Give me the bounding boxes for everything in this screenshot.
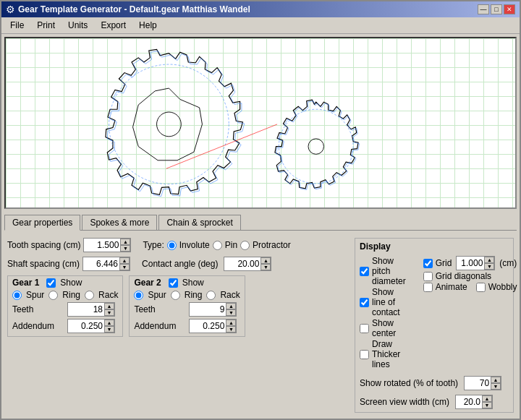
gear1-teeth-row: Teeth ▲ ▼ (12, 302, 118, 317)
grid-checkbox[interactable] (423, 259, 433, 268)
gear2-addendum-up[interactable]: ▲ (226, 320, 236, 326)
show-rotated-spinner-btns: ▲ ▼ (491, 377, 501, 390)
gear1-rack-radio[interactable] (85, 291, 94, 300)
contact-angle-spinner[interactable]: ▲ ▼ (224, 257, 271, 271)
gear1-teeth-up[interactable]: ▲ (104, 303, 114, 309)
contact-angle-up[interactable]: ▲ (260, 257, 271, 264)
gear1-ring-radio[interactable] (48, 291, 58, 300)
wobbly-label: Wobbly (488, 282, 517, 292)
gear-canvas[interactable] (6, 38, 515, 207)
animate-checkbox[interactable] (423, 283, 433, 292)
contact-angle-down[interactable]: ▼ (260, 264, 271, 270)
menu-units[interactable]: Units (62, 19, 93, 32)
gear2-teeth-spinner[interactable]: ▲ ▼ (189, 302, 237, 317)
gear1-addendum-input[interactable] (68, 320, 104, 332)
show-rotated-up[interactable]: ▲ (491, 377, 501, 383)
svg-point-2 (109, 64, 229, 184)
grid-value-input[interactable] (457, 257, 484, 269)
grid-up[interactable]: ▲ (484, 257, 494, 263)
gear2-show-label: Show (182, 278, 204, 288)
gear2-spur-radio[interactable] (134, 291, 143, 300)
grid-diagonals-checkbox[interactable] (423, 272, 433, 281)
grid-diagonals-row: Grid diagonals (423, 271, 517, 281)
gear1-addendum-spinner[interactable]: ▲ ▼ (67, 319, 115, 333)
tooth-spacing-row: Tooth spacing (cm) ▲ ▼ Type: Involute Pi (7, 238, 349, 252)
wobbly-checkbox[interactable] (476, 283, 486, 292)
minimize-button[interactable]: — (478, 4, 489, 14)
menu-file[interactable]: File (4, 19, 30, 32)
grid-down[interactable]: ▼ (484, 263, 494, 270)
show-rotated-input[interactable] (465, 377, 491, 389)
screen-width-up[interactable]: ▲ (482, 395, 492, 402)
gear2-teeth-down[interactable]: ▼ (226, 309, 236, 316)
show-center-checkbox[interactable] (360, 324, 369, 333)
draw-thicker-checkbox[interactable] (360, 350, 369, 359)
tooth-spacing-input[interactable] (84, 239, 120, 251)
gear2-rack-radio[interactable] (206, 291, 216, 300)
show-pitch-checkbox[interactable] (360, 267, 369, 276)
tooth-spacing-spinner-btns: ▲ ▼ (120, 239, 130, 252)
gear2-show-checkbox[interactable] (169, 278, 178, 288)
gear1-teeth-spinner-btns: ▲ ▼ (104, 303, 114, 316)
screen-width-input[interactable] (456, 396, 482, 408)
tab-chain-sprocket[interactable]: Chain & sprocket (158, 215, 240, 230)
type-label: Type: (143, 240, 164, 250)
gear2-addendum-input[interactable] (190, 320, 226, 332)
gear1-teeth-down[interactable]: ▼ (104, 309, 114, 316)
canvas-area (4, 37, 517, 209)
title-bar-buttons: — □ ✕ (478, 4, 515, 14)
gear1-addendum-label: Addendum (12, 321, 63, 331)
show-center-label: Show center (372, 318, 406, 338)
shaft-spacing-up[interactable]: ▲ (119, 257, 130, 264)
gear2-type-row: Spur Ring Rack (134, 290, 240, 300)
grid-diagonals-label: Grid diagonals (436, 271, 491, 281)
menu-export[interactable]: Export (95, 19, 132, 32)
screen-width-down[interactable]: ▼ (482, 402, 492, 408)
gear2-teeth-up[interactable]: ▲ (226, 303, 236, 309)
svg-point-1 (157, 112, 182, 137)
shaft-spacing-input[interactable] (83, 258, 119, 270)
type-radio-group: Involute Pin Protractor (167, 240, 291, 250)
gear2-addendum-spinner[interactable]: ▲ ▼ (189, 319, 237, 333)
tooth-spacing-spinner[interactable]: ▲ ▼ (83, 238, 131, 252)
maximize-button[interactable]: □ (491, 4, 502, 14)
shaft-spacing-spinner-btns: ▲ ▼ (119, 257, 130, 270)
contact-angle-input[interactable] (224, 258, 260, 270)
tab-gear-properties[interactable]: Gear properties (4, 215, 80, 231)
gear1-type-row: Spur Ring Rack (12, 290, 118, 300)
gear1-teeth-input[interactable] (68, 304, 104, 315)
grid-value-spinner[interactable]: ▲ ▼ (456, 256, 495, 270)
type-involute-radio[interactable] (167, 241, 177, 250)
gear2-addendum-label: Addendum (134, 321, 185, 331)
tooth-spacing-down[interactable]: ▼ (120, 245, 130, 252)
left-panel: Tooth spacing (cm) ▲ ▼ Type: Involute Pi (7, 238, 349, 413)
show-pitch-label: Show pitch diameter (372, 256, 406, 286)
gear1-addendum-up[interactable]: ▲ (104, 320, 114, 326)
close-button[interactable]: ✕ (504, 4, 515, 14)
show-rotated-down[interactable]: ▼ (491, 383, 501, 390)
gear1-spur-radio[interactable] (12, 291, 22, 300)
svg-marker-0 (133, 88, 203, 160)
gear1-addendum-down[interactable]: ▼ (104, 326, 114, 333)
screen-width-spinner[interactable]: ▲ ▼ (455, 395, 493, 409)
menu-help[interactable]: Help (133, 19, 163, 32)
gear1-teeth-spinner[interactable]: ▲ ▼ (67, 302, 115, 317)
tab-spokes-more[interactable]: Spokes & more (82, 215, 157, 230)
shaft-spacing-label: Shaft spacing (cm) (7, 259, 80, 269)
tooth-spacing-up[interactable]: ▲ (120, 239, 130, 245)
gear2-addendum-down[interactable]: ▼ (226, 326, 236, 333)
show-rotated-spinner[interactable]: ▲ ▼ (464, 376, 501, 390)
menu-print[interactable]: Print (31, 19, 61, 32)
shaft-spacing-spinner[interactable]: ▲ ▼ (82, 257, 130, 271)
gear2-teeth-input[interactable] (190, 304, 226, 315)
display-cols: Show pitch diameter Show line of contact… (360, 256, 509, 370)
gear2-ring-radio[interactable] (171, 291, 180, 300)
shaft-spacing-down[interactable]: ▼ (119, 264, 130, 270)
gear1-show-checkbox[interactable] (46, 278, 56, 288)
gear1-show-label: Show (60, 278, 82, 288)
show-contact-checkbox[interactable] (360, 298, 369, 307)
gear2-teeth-row: Teeth ▲ ▼ (134, 302, 240, 317)
gear2-spur-label: Spur (148, 290, 166, 300)
type-pin-radio[interactable] (213, 241, 222, 250)
type-protractor-radio[interactable] (240, 241, 250, 250)
